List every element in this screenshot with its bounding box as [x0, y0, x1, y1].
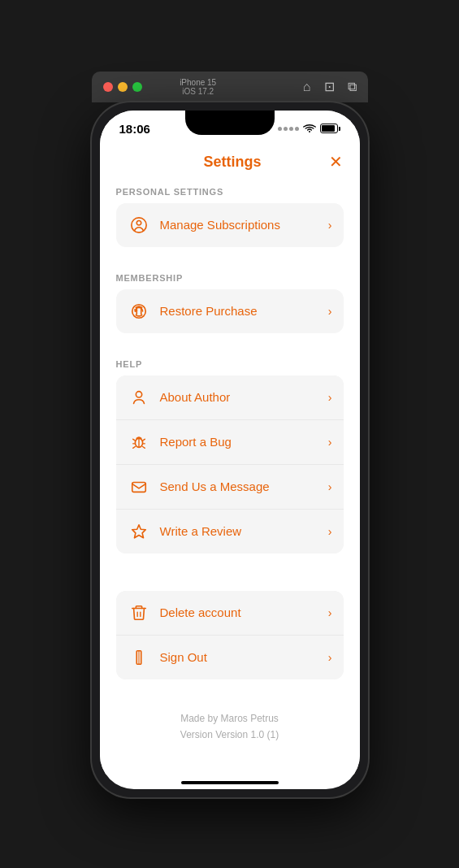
page-title: Settings	[203, 154, 261, 171]
help-section: HELP About Author	[100, 351, 360, 560]
signal-dot-2	[284, 127, 288, 131]
dynamic-island	[185, 111, 275, 135]
chevron-right-icon-2: ›	[328, 305, 332, 318]
report-bug-label: Report a Bug	[160, 435, 328, 449]
footer-version: Version Version 1.0 (1)	[100, 727, 360, 743]
send-message-item[interactable]: Send Us a Message ›	[116, 465, 344, 510]
signout-icon	[128, 646, 150, 669]
home-icon[interactable]: ⌂	[303, 80, 311, 94]
mac-toolbar-icons: ⌂ ⊡ ⧉	[303, 79, 357, 94]
phone-screen: 18:06	[100, 111, 360, 789]
svg-point-3	[136, 391, 141, 397]
chevron-right-icon: ›	[328, 219, 332, 232]
help-group: About Author ›	[116, 375, 344, 553]
manage-subscriptions-item[interactable]: Manage Subscriptions ›	[116, 203, 344, 247]
app-content: Settings ✕ PERSONAL SETTINGS	[100, 141, 360, 775]
screenshot-icon[interactable]: ⊡	[324, 79, 335, 94]
status-icons	[278, 124, 340, 133]
manage-subscriptions-label: Manage Subscriptions	[160, 218, 328, 232]
status-bar: 18:06	[100, 111, 360, 141]
danger-group: Delete account ›	[116, 591, 344, 679]
delete-account-label: Delete account	[160, 605, 328, 619]
signal-dot-1	[278, 127, 282, 131]
signal-dot-3	[289, 127, 293, 131]
mac-device-title: iPhone 15 iOS 17.2	[102, 78, 295, 96]
mirror-icon[interactable]: ⧉	[348, 80, 357, 94]
battery-icon	[320, 124, 340, 133]
chevron-right-icon-5: ›	[328, 480, 332, 493]
settings-header: Settings ✕	[100, 141, 360, 179]
envelope-svg	[130, 478, 148, 496]
personal-settings-label: PERSONAL SETTINGS	[116, 187, 344, 197]
bug-svg	[130, 433, 148, 451]
spacer-2	[100, 340, 360, 351]
chevron-right-icon-6: ›	[328, 525, 332, 538]
mac-title-main: iPhone 15	[102, 78, 295, 87]
restore-purchase-label: Restore Purchase	[160, 304, 328, 318]
personal-settings-section: PERSONAL SETTINGS Man	[100, 179, 360, 254]
trash-icon	[128, 601, 150, 624]
chevron-right-icon-4: ›	[328, 436, 332, 449]
author-icon	[128, 386, 150, 409]
restore-icon	[128, 300, 150, 323]
phone-frame: 18:06	[92, 102, 368, 797]
wifi-icon	[303, 124, 316, 133]
signal-dots	[278, 127, 299, 131]
sign-out-item[interactable]: Sign Out ›	[116, 636, 344, 679]
write-review-label: Write a Review	[160, 524, 328, 538]
danger-section: Delete account ›	[100, 583, 360, 686]
close-button[interactable]: ✕	[329, 154, 343, 170]
send-message-label: Send Us a Message	[160, 480, 328, 493]
star-icon	[128, 520, 150, 543]
mac-title-sub: iOS 17.2	[102, 87, 295, 96]
chevron-right-icon-8: ›	[328, 651, 332, 664]
membership-section: MEMBERSHIP	[100, 265, 360, 340]
restore-purchase-item[interactable]: Restore Purchase ›	[116, 289, 344, 333]
chevron-right-icon-7: ›	[328, 606, 332, 619]
person-circle-icon	[128, 214, 150, 237]
about-author-label: About Author	[160, 390, 328, 404]
signal-dot-4	[295, 127, 299, 131]
restore-svg	[130, 302, 148, 320]
footer-made-by: Made by Maros Petrus	[100, 710, 360, 727]
person-circle-svg	[130, 216, 148, 234]
spacer-1	[100, 254, 360, 265]
svg-point-1	[136, 220, 141, 225]
spacer-3	[100, 560, 360, 571]
mac-titlebar: iPhone 15 iOS 17.2 ⌂ ⊡ ⧉	[92, 72, 368, 102]
bug-icon	[128, 431, 150, 454]
author-svg	[130, 388, 148, 406]
membership-group: Restore Purchase ›	[116, 289, 344, 333]
sign-out-label: Sign Out	[160, 650, 328, 664]
personal-settings-group: Manage Subscriptions ›	[116, 203, 344, 247]
spacer-4	[100, 571, 360, 583]
membership-label: MEMBERSHIP	[116, 273, 344, 283]
delete-account-item[interactable]: Delete account ›	[116, 591, 344, 636]
svg-rect-6	[132, 482, 145, 492]
status-time: 18:06	[119, 122, 150, 136]
help-label: HELP	[116, 359, 344, 369]
write-review-item[interactable]: Write a Review ›	[116, 510, 344, 553]
envelope-icon	[128, 475, 150, 498]
signout-svg	[130, 649, 148, 666]
svg-marker-7	[132, 524, 145, 537]
trash-svg	[130, 604, 148, 622]
star-svg	[130, 523, 148, 540]
about-author-item[interactable]: About Author ›	[116, 375, 344, 420]
footer: Made by Maros Petrus Version Version 1.0…	[100, 710, 360, 744]
home-indicator	[181, 781, 279, 784]
report-bug-item[interactable]: Report a Bug ›	[116, 420, 344, 465]
chevron-right-icon-3: ›	[328, 391, 332, 404]
